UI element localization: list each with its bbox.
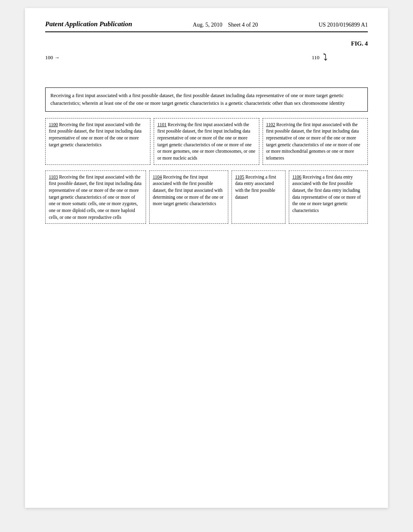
row1-boxes: 1100 Receiving the first input associate… bbox=[45, 118, 368, 165]
row2-boxes: 1103 Receiving the first input associate… bbox=[45, 170, 368, 224]
publication-date: Aug. 5, 2010 Sheet 4 of 20 bbox=[193, 20, 258, 28]
box-1103: 1103 Receiving the first input associate… bbox=[45, 170, 146, 224]
box-1102-text: Receiving the first input associated wit… bbox=[266, 122, 361, 160]
box-1105-label: 1105 bbox=[235, 175, 244, 179]
box-1102-label: 1102 bbox=[266, 122, 275, 127]
box-1103-text: Receiving the first input associated wit… bbox=[49, 175, 142, 220]
box-1105: 1105 Receiving a first data entry associ… bbox=[232, 170, 286, 224]
box-1101-text: Receiving the first input associated wit… bbox=[157, 122, 255, 160]
box-1100-text: Receiving the first input associated wit… bbox=[49, 122, 142, 147]
box-1100-label: 1100 bbox=[49, 122, 58, 127]
figure-label: FIG. 4 bbox=[45, 40, 368, 47]
box-1104-label: 1104 bbox=[153, 175, 162, 179]
box-1106: 1106 Receiving a first data entry associ… bbox=[289, 170, 368, 224]
box-1100: 1100 Receiving the first input associate… bbox=[45, 118, 150, 165]
publication-title: Patent Application Publication bbox=[45, 20, 132, 28]
box-1102: 1102 Receiving the first input associate… bbox=[263, 118, 368, 165]
diagram-area: 100 → 110 ⤵ Receiving a first input asso… bbox=[45, 51, 368, 224]
box-1106-text: Receiving a first data entry associated … bbox=[292, 175, 361, 213]
arc-arrow: ⤵ bbox=[323, 52, 327, 62]
page-header: Patent Application Publication Aug. 5, 2… bbox=[45, 20, 368, 32]
node-100-label: 100 → bbox=[45, 54, 60, 61]
node-110-label: 110 bbox=[312, 54, 319, 61]
box-1101-label: 1101 bbox=[157, 122, 167, 127]
publication-number: US 2010/0196899 A1 bbox=[319, 20, 368, 28]
box-1103-label: 1103 bbox=[49, 175, 58, 179]
main-description-box: Receiving a first input associated with … bbox=[45, 87, 368, 112]
box-1104-text: Receiving the first input associated wit… bbox=[153, 175, 223, 206]
box-1104: 1104 Receiving the first input associate… bbox=[149, 170, 228, 224]
box-1101: 1101 Receiving the first input associate… bbox=[154, 118, 259, 165]
box-1106-label: 1106 bbox=[292, 175, 302, 179]
